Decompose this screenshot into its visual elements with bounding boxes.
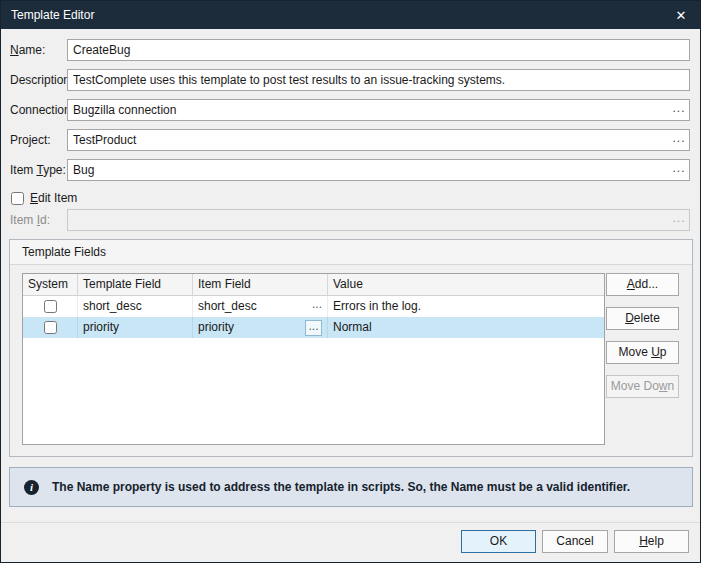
name-field-box bbox=[67, 39, 690, 61]
connection-browse-button[interactable]: ... bbox=[669, 100, 689, 120]
move-up-button[interactable]: Move Up bbox=[606, 341, 679, 364]
item-id-browse-button: ... bbox=[669, 210, 689, 230]
item-id-label: Item Id: bbox=[10, 209, 50, 231]
column-header-system: System bbox=[23, 274, 78, 295]
row-item-field-cell: priority ... bbox=[193, 317, 328, 338]
help-button[interactable]: Help bbox=[614, 530, 689, 553]
edit-item-checkbox[interactable] bbox=[11, 192, 24, 205]
row-template-field-cell: short_desc bbox=[78, 296, 193, 317]
edit-item-label: Edit Item bbox=[30, 191, 77, 205]
close-icon[interactable]: ✕ bbox=[672, 8, 690, 23]
item-id-input bbox=[68, 210, 669, 230]
name-label: Name: bbox=[10, 39, 45, 61]
description-input[interactable] bbox=[68, 70, 689, 90]
info-bar: i The Name property is used to address t… bbox=[9, 467, 693, 507]
row-system-checkbox[interactable] bbox=[44, 300, 57, 313]
project-label: Project: bbox=[10, 129, 51, 151]
connection-label: Connection: bbox=[10, 99, 74, 121]
info-icon: i bbox=[24, 480, 39, 495]
row-item-field-text: priority bbox=[198, 317, 234, 338]
table-row[interactable]: priority priority ... Normal bbox=[23, 317, 604, 338]
description-label: Description: bbox=[10, 69, 73, 91]
template-fields-group: Template Fields System Template Field It… bbox=[9, 239, 693, 457]
column-header-template-field: Template Field bbox=[78, 274, 193, 295]
column-header-item-field: Item Field bbox=[193, 274, 328, 295]
project-input[interactable] bbox=[68, 130, 669, 150]
edit-item-row: Edit Item bbox=[11, 191, 77, 205]
row-value-cell: Errors in the log. bbox=[328, 296, 604, 317]
grid-header-row: System Template Field Item Field Value bbox=[23, 274, 604, 296]
column-header-value: Value bbox=[328, 274, 604, 295]
info-text: The Name property is used to address the… bbox=[52, 480, 630, 494]
window-title: Template Editor bbox=[11, 8, 672, 22]
row-item-field-text: short_desc bbox=[198, 296, 257, 317]
add-button[interactable]: Add... bbox=[606, 273, 679, 296]
connection-input[interactable] bbox=[68, 100, 669, 120]
table-row[interactable]: short_desc short_desc ... Errors in the … bbox=[23, 296, 604, 317]
row-system-cell bbox=[23, 317, 78, 338]
name-input[interactable] bbox=[68, 40, 689, 60]
project-field-box: ... bbox=[67, 129, 690, 151]
template-fields-grid: System Template Field Item Field Value s… bbox=[22, 273, 605, 445]
row-item-field-cell: short_desc ... bbox=[193, 296, 328, 317]
project-browse-button[interactable]: ... bbox=[669, 130, 689, 150]
item-type-field-box: ... bbox=[67, 159, 690, 181]
footer-divider bbox=[1, 522, 700, 523]
row-template-field-cell: priority bbox=[78, 317, 193, 338]
row-ellipsis-button[interactable]: ... bbox=[312, 296, 322, 317]
item-type-input[interactable] bbox=[68, 160, 669, 180]
item-type-browse-button[interactable]: ... bbox=[669, 160, 689, 180]
row-system-checkbox[interactable] bbox=[44, 321, 57, 334]
row-system-cell bbox=[23, 296, 78, 317]
cancel-button[interactable]: Cancel bbox=[542, 530, 608, 553]
item-id-field-box: ... bbox=[67, 209, 690, 231]
item-type-label: Item Type: bbox=[10, 159, 66, 181]
template-fields-caption: Template Fields bbox=[10, 240, 692, 265]
ok-button[interactable]: OK bbox=[461, 530, 536, 553]
title-bar: Template Editor ✕ bbox=[1, 1, 700, 29]
delete-button[interactable]: Delete bbox=[606, 307, 679, 330]
row-value-cell: Normal bbox=[328, 317, 604, 338]
row-ellipsis-button[interactable]: ... bbox=[305, 320, 322, 336]
move-down-button: Move Down bbox=[606, 375, 679, 398]
template-editor-dialog: Template Editor ✕ Name: Description: Con… bbox=[0, 0, 701, 563]
description-field-box bbox=[67, 69, 690, 91]
connection-field-box: ... bbox=[67, 99, 690, 121]
